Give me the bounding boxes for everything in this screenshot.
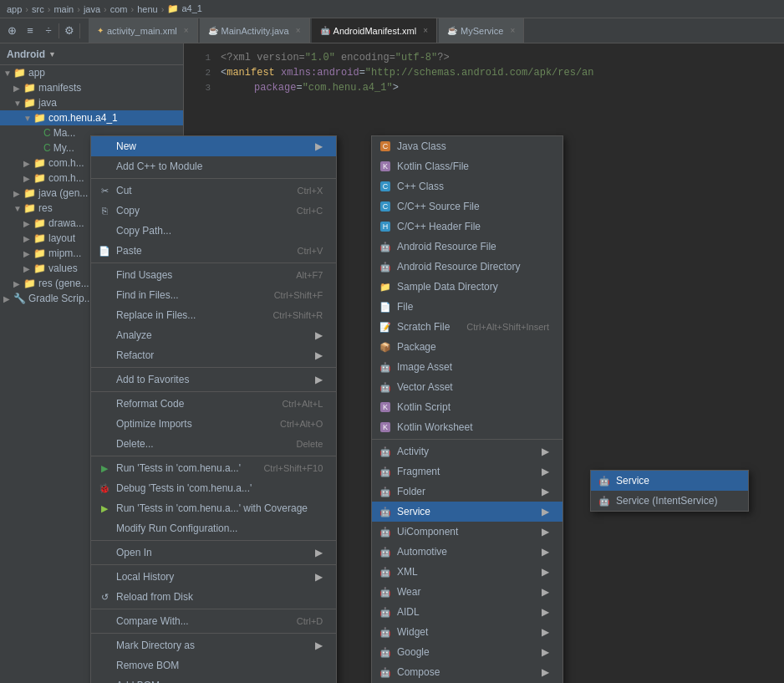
automotive-icon: 🤖 <box>379 545 392 558</box>
breadcrumb-item[interactable]: main <box>53 4 74 14</box>
expand-arrow: ▶ <box>13 189 23 198</box>
ctx-item-analyze[interactable]: Analyze ▶ <box>91 325 336 345</box>
ctx-item-service-intentservice[interactable]: 🤖 Service (IntentService) <box>591 491 748 511</box>
ctx-item-label: Widget <box>397 626 428 638</box>
ctx-item-compare[interactable]: Compare With... Ctrl+D <box>91 611 336 631</box>
tab-androidmanifest-xml[interactable]: 🤖 AndroidManifest.xml × <box>312 18 438 43</box>
ctx-item-android-resource[interactable]: 🤖 Android Resource File <box>372 237 563 257</box>
tab-activity-main-xml[interactable]: ✦ activity_main.xml × <box>89 18 198 43</box>
ctx-item-reload[interactable]: ↺ Reload from Disk <box>91 587 336 607</box>
ctx-item-kotlin-class[interactable]: K Kotlin Class/File <box>372 156 563 176</box>
close-tab-icon[interactable]: × <box>423 26 428 35</box>
ctx-item-remove-bom[interactable]: Remove BOM <box>91 655 336 675</box>
find-files-icon <box>98 288 111 302</box>
sidebar-item-com-henu[interactable]: ▼ 📁 com.henu.a4_1 <box>0 110 183 125</box>
ctx-item-add-cpp[interactable]: Add C++ to Module <box>91 156 336 176</box>
modify-icon <box>98 522 111 535</box>
toolbar-sync-icon[interactable]: ⊕ <box>3 23 20 39</box>
ctx-item-refactor[interactable]: Refactor ▶ <box>91 345 336 365</box>
ctx-item-label: Local History <box>116 571 174 583</box>
ctx-item-widget[interactable]: 🤖 Widget ▶ <box>372 622 563 642</box>
tab-label: MyService <box>461 26 503 36</box>
ctx-item-android-resource-dir[interactable]: 🤖 Android Resource Directory <box>372 257 563 277</box>
ctx-item-automotive[interactable]: 🤖 Automotive ▶ <box>372 542 563 562</box>
ctx-item-debug-tests[interactable]: 🐞 Debug 'Tests in 'com.henu.a...' <box>91 478 336 498</box>
close-tab-icon[interactable]: × <box>510 26 515 35</box>
ctx-item-label: C++ Class <box>397 181 444 192</box>
ctx-item-find-usages[interactable]: Find Usages Alt+F7 <box>91 265 336 285</box>
ctx-item-image-asset[interactable]: 🤖 Image Asset <box>372 357 563 377</box>
sidebar-item-java[interactable]: ▼ 📁 java <box>0 95 183 110</box>
ctx-item-kotlin-script[interactable]: K Kotlin Script <box>372 397 563 417</box>
ctx-item-vector-asset[interactable]: 🤖 Vector Asset <box>372 377 563 397</box>
breadcrumb-item[interactable]: app <box>7 4 22 14</box>
ctx-item-activity[interactable]: 🤖 Activity ▶ <box>372 441 563 461</box>
toolbar-separator <box>59 23 59 38</box>
close-tab-icon[interactable]: × <box>296 26 301 35</box>
tab-bar: ⊕ ≡ ÷ ⚙ ✦ activity_main.xml × ☕ MainActi… <box>0 18 784 43</box>
ctx-item-add-bom[interactable]: Add BOM <box>91 675 336 683</box>
breadcrumb-item[interactable]: java <box>84 4 100 14</box>
ctx-item-label: Compare With... <box>116 615 189 627</box>
code-line-3: 3 package="com.henu.a4_1"> <box>184 80 784 95</box>
ctx-item-add-favorites[interactable]: Add to Favorites ▶ <box>91 370 336 390</box>
ctx-item-xml[interactable]: 🤖 XML ▶ <box>372 562 563 582</box>
ctx-item-package[interactable]: 📦 Package <box>372 337 563 357</box>
ctx-item-run-tests[interactable]: ▶ Run 'Tests in 'com.henu.a...' Ctrl+Shi… <box>91 458 336 478</box>
toolbar-gear-icon[interactable]: ⚙ <box>61 23 78 39</box>
ctx-item-file[interactable]: 📄 File <box>372 297 563 317</box>
toolbar-list-icon[interactable]: ≡ <box>22 23 38 39</box>
sidebar-item-manifests[interactable]: ▶ 📁 manifests <box>0 80 183 95</box>
ctx-item-open-in[interactable]: Open In ▶ <box>91 543 336 563</box>
sidebar-item-label: java (gen... <box>38 187 88 199</box>
tab-mainactivity-java[interactable]: ☕ MainActivity.java × <box>200 18 310 43</box>
ctx-item-kotlin-worksheet[interactable]: K Kotlin Worksheet <box>372 417 563 437</box>
close-tab-icon[interactable]: × <box>184 26 189 35</box>
ctx-item-wear[interactable]: 🤖 Wear ▶ <box>372 582 563 602</box>
ctx-item-local-history[interactable]: Local History ▶ <box>91 567 336 587</box>
ctx-item-label: Run 'Tests in 'com.henu.a...' <box>116 462 241 474</box>
ctx-item-reformat[interactable]: Reformat Code Ctrl+Alt+L <box>91 394 336 414</box>
ctx-item-folder[interactable]: 🤖 Folder ▶ <box>372 482 563 502</box>
ctx-item-copy[interactable]: ⎘ Copy Ctrl+C <box>91 201 336 221</box>
ctx-separator <box>372 439 563 440</box>
ctx-item-label: Mark Directory as <box>116 640 195 651</box>
ctx-item-new[interactable]: New ▶ <box>91 136 336 156</box>
expand-arrow: ▶ <box>23 264 33 273</box>
ctx-item-sample-data[interactable]: 📁 Sample Data Directory <box>372 277 563 297</box>
ctx-item-replace-files[interactable]: Replace in Files... Ctrl+Shift+R <box>91 305 336 325</box>
toolbar-split-icon[interactable]: ÷ <box>40 23 57 39</box>
sidebar-item-label: My... <box>53 142 74 154</box>
ctx-item-compose[interactable]: 🤖 Compose ▶ <box>372 662 563 682</box>
ctx-item-service[interactable]: 🤖 Service ▶ <box>372 502 563 522</box>
ctx-item-cut[interactable]: ✂ Cut Ctrl+X <box>91 181 336 201</box>
tab-myservice-java[interactable]: ☕ MyService × <box>439 18 524 43</box>
ctx-item-cpp-class[interactable]: C C++ Class <box>372 176 563 196</box>
android-dropdown-label: Android <box>7 48 45 60</box>
file-icon: 📄 <box>379 300 392 313</box>
ctx-item-uicomponent[interactable]: 🤖 UiComponent ▶ <box>372 522 563 542</box>
ctx-item-run-coverage[interactable]: ▶ Run 'Tests in 'com.henu.a...' with Cov… <box>91 498 336 518</box>
ctx-item-scratch-file[interactable]: 📝 Scratch File Ctrl+Alt+Shift+Insert <box>372 317 563 337</box>
ctx-item-find-files[interactable]: Find in Files... Ctrl+Shift+F <box>91 285 336 305</box>
ctx-item-copy-path[interactable]: Copy Path... <box>91 221 336 241</box>
breadcrumb-item[interactable]: src <box>32 4 44 14</box>
ctx-item-cpp-source[interactable]: C C/C++ Source File <box>372 196 563 217</box>
ctx-item-optimize[interactable]: Optimize Imports Ctrl+Alt+O <box>91 414 336 434</box>
ctx-item-google[interactable]: 🤖 Google ▶ <box>372 642 563 662</box>
ctx-item-java-class[interactable]: C Java Class <box>372 136 563 156</box>
ctx-item-mark-dir[interactable]: Mark Directory as ▶ <box>91 635 336 655</box>
compose-icon: 🤖 <box>379 665 392 679</box>
ctx-item-modify-run[interactable]: Modify Run Configuration... <box>91 518 336 538</box>
android-dropdown-arrow[interactable]: ▼ <box>48 50 56 59</box>
breadcrumb-item[interactable]: henu <box>137 4 157 14</box>
ctx-item-delete[interactable]: Delete... Delete <box>91 434 336 454</box>
breadcrumb-item[interactable]: com <box>110 4 128 14</box>
breadcrumb-item[interactable]: 📁 a4_1 <box>167 3 202 14</box>
ctx-item-cpp-header[interactable]: H C/C++ Header File <box>372 217 563 237</box>
ctx-item-fragment[interactable]: 🤖 Fragment ▶ <box>372 461 563 482</box>
ctx-item-service-option[interactable]: 🤖 Service <box>591 471 748 491</box>
sidebar-item-app[interactable]: ▼ 📁 app <box>0 65 183 80</box>
ctx-item-paste[interactable]: 📄 Paste Ctrl+V <box>91 241 336 261</box>
ctx-item-aidl[interactable]: 🤖 AIDL ▶ <box>372 602 563 622</box>
